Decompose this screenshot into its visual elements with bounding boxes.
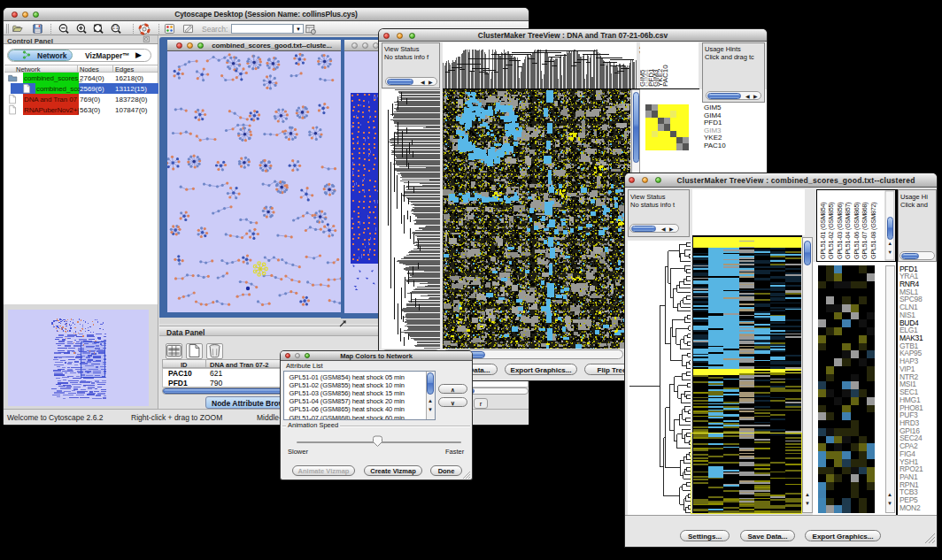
- svg-text:GPL51-01 (GSM854): GPL51-01 (GSM854): [819, 202, 827, 259]
- svg-text:GPL51-06 (GSM865): GPL51-06 (GSM865): [853, 202, 861, 259]
- svg-text:1:1: 1:1: [112, 26, 119, 30]
- svg-text:PAC10: PAC10: [661, 65, 669, 87]
- svg-text:GPL51-08 (GSM872): GPL51-08 (GSM872): [869, 202, 877, 259]
- svg-text:GPL51-07 (GSM868): GPL51-07 (GSM868): [861, 202, 869, 259]
- svg-text:GPL51-03 (GSM856): GPL51-03 (GSM856): [836, 202, 844, 259]
- svg-text:GPL51-04 (GSM857): GPL51-04 (GSM857): [844, 202, 852, 259]
- svg-text:GPL51-02 (GSM855): GPL51-02 (GSM855): [827, 202, 835, 259]
